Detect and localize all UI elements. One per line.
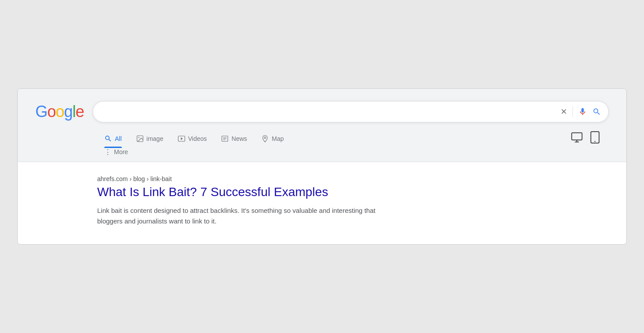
nav-row: All image bbox=[35, 131, 291, 146]
nav-more-label: More bbox=[114, 148, 128, 155]
svg-marker-3 bbox=[181, 137, 183, 140]
device-icons bbox=[571, 131, 609, 147]
svg-point-1 bbox=[138, 137, 139, 138]
news-nav-icon bbox=[221, 135, 229, 143]
nav-tab-image[interactable]: image bbox=[129, 131, 170, 146]
nav-tab-news-label: News bbox=[231, 135, 247, 142]
search-nav-icon bbox=[104, 135, 112, 143]
result-title[interactable]: What Is Link Bait? 7 Successful Examples bbox=[97, 184, 389, 200]
google-logo[interactable]: Google bbox=[35, 102, 84, 121]
nav-tab-videos-label: Videos bbox=[188, 135, 207, 142]
map-nav-icon bbox=[261, 135, 269, 143]
top-row: Google ✕ bbox=[35, 101, 609, 122]
nav-tab-all-label: All bbox=[115, 135, 122, 142]
search-input[interactable] bbox=[100, 108, 561, 116]
clear-icon[interactable]: ✕ bbox=[561, 107, 567, 117]
logo-letter-o1: o bbox=[47, 102, 56, 121]
svg-point-12 bbox=[595, 141, 595, 142]
videos-nav-icon bbox=[178, 135, 186, 143]
logo-letter-g: G bbox=[35, 102, 47, 121]
svg-rect-8 bbox=[572, 132, 582, 140]
monitor-icon[interactable] bbox=[571, 131, 583, 147]
result-breadcrumb: ahrefs.com › blog › link-bait bbox=[97, 175, 389, 182]
more-row: ⋮ More bbox=[35, 146, 291, 162]
logo-letter-g2: g bbox=[64, 102, 72, 121]
microphone-icon[interactable] bbox=[578, 107, 587, 116]
nav-tab-all[interactable]: All bbox=[97, 131, 129, 146]
results-section: ahrefs.com › blog › link-bait What Is Li… bbox=[18, 162, 626, 244]
result-snippet: Link bait is content designed to attract… bbox=[97, 205, 380, 227]
search-icons: ✕ bbox=[561, 106, 601, 117]
nav-tab-map-label: Map bbox=[272, 135, 284, 142]
nav-more-button[interactable]: ⋮ More bbox=[97, 146, 135, 158]
search-divider bbox=[572, 106, 573, 117]
nav-tab-news[interactable]: News bbox=[214, 131, 254, 146]
result-container: ahrefs.com › blog › link-bait What Is Li… bbox=[35, 175, 389, 227]
image-nav-icon bbox=[136, 135, 144, 143]
nav-tab-image-label: image bbox=[147, 135, 163, 142]
more-dots-icon: ⋮ bbox=[104, 148, 111, 156]
tablet-icon[interactable] bbox=[590, 131, 600, 147]
search-submit-icon[interactable] bbox=[592, 107, 601, 116]
browser-window: Google ✕ bbox=[17, 88, 627, 245]
header-section: Google ✕ bbox=[18, 89, 626, 162]
nav-tab-videos[interactable]: Videos bbox=[170, 131, 214, 146]
logo-letter-e: e bbox=[76, 102, 84, 121]
search-bar: ✕ bbox=[93, 101, 609, 122]
logo-letter-o2: o bbox=[56, 102, 64, 121]
nav-tab-map[interactable]: Map bbox=[254, 131, 291, 146]
